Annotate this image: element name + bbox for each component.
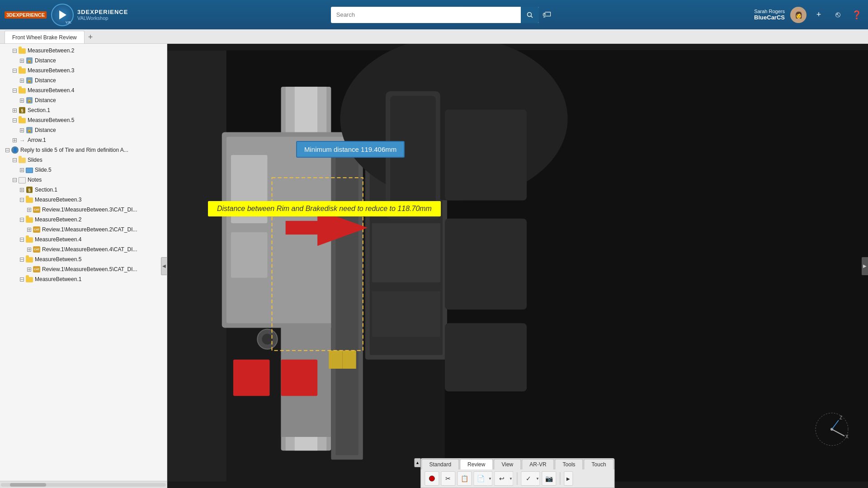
- tree-node[interactable]: 🔒Distance: [0, 75, 167, 85]
- search-input[interactable]: [331, 11, 521, 18]
- svg-rect-93: [445, 109, 527, 200]
- tree-expand-icon[interactable]: [11, 117, 18, 124]
- undo-dropdown-arrow[interactable]: ▼: [509, 471, 513, 486]
- tree-node[interactable]: MeasureBetween.4: [0, 85, 167, 95]
- tree-node[interactable]: MeasureBetween.5: [0, 254, 167, 264]
- vr-label: V.R.: [66, 21, 71, 24]
- check-button[interactable]: ✓: [521, 471, 535, 486]
- tab-review[interactable]: Review: [460, 459, 493, 469]
- tree-expand-icon[interactable]: [11, 156, 18, 164]
- tree-node[interactable]: MeasureBetween.3: [0, 66, 167, 75]
- scrollbar-track[interactable]: [1, 483, 166, 487]
- tree-node-label: Distance: [35, 97, 56, 103]
- tree-node[interactable]: Notes: [0, 175, 167, 185]
- tree-expand-icon: [18, 97, 25, 104]
- tree-node-label: Distance: [35, 127, 56, 133]
- tree-node-icon: [25, 166, 33, 174]
- tree-node-icon: [18, 156, 26, 164]
- tab-standard[interactable]: Standard: [421, 459, 459, 469]
- tree-node[interactable]: Slide.5: [0, 165, 167, 175]
- user-avatar[interactable]: 👩: [790, 7, 807, 23]
- tree-node[interactable]: CATReview.1\MeasureBetween.3\CAT_DI...: [0, 205, 167, 215]
- tree-expand-icon[interactable]: [11, 67, 18, 74]
- tree-node-icon: [25, 235, 33, 244]
- add-tab-button[interactable]: +: [85, 31, 97, 43]
- tree-node[interactable]: CATReview.1\MeasureBetween.5\CAT_DI...: [0, 264, 167, 274]
- tree-node[interactable]: §Section.1: [0, 185, 167, 195]
- check-dropdown-arrow[interactable]: ▼: [535, 471, 540, 486]
- tree-expand-icon: [25, 206, 33, 213]
- tree-expand-icon[interactable]: [11, 87, 18, 94]
- compass-icon[interactable]: V.R.: [51, 4, 74, 26]
- tree-node[interactable]: MeasureBetween.4: [0, 235, 167, 244]
- tree-node-icon: 🔒: [25, 96, 33, 104]
- tree-node-label: Section.1: [35, 187, 57, 193]
- tree-container[interactable]: MeasureBetween.2🔒Distance MeasureBetween…: [0, 44, 167, 481]
- tree-node[interactable]: MeasureBetween.2: [0, 215, 167, 225]
- tab-tools[interactable]: Tools: [555, 459, 583, 469]
- tree-node-icon: [25, 275, 33, 283]
- toolbar-expand[interactable]: ▲: [414, 458, 420, 467]
- tag-button[interactable]: 🏷: [542, 9, 552, 20]
- help-button[interactable]: ❓: [850, 8, 863, 22]
- tree-expand-icon[interactable]: [18, 236, 25, 243]
- tree-node-icon: [18, 47, 26, 55]
- camera-button[interactable]: 📷: [542, 471, 556, 486]
- check-dropdown[interactable]: ✓ ▼: [521, 471, 540, 486]
- tree-node-label: MeasureBetween.2: [35, 216, 81, 223]
- record-button[interactable]: [425, 471, 439, 486]
- tree-node[interactable]: 🔒Distance: [0, 125, 167, 135]
- panel-collapse-button[interactable]: ◀: [161, 257, 167, 275]
- play-button[interactable]: ▶: [564, 471, 573, 486]
- tree-node[interactable]: §Section.1: [0, 105, 167, 115]
- tree-node[interactable]: 👤Reply to slide 5 of Tire and Rim defini…: [0, 145, 167, 155]
- copy-button[interactable]: 📋: [457, 471, 472, 486]
- tree-expand-icon[interactable]: [18, 196, 25, 203]
- tree-node[interactable]: MeasureBetween.2: [0, 46, 167, 56]
- viewport[interactable]: Minimum distance 119.406mm Distance betw…: [167, 44, 868, 488]
- tree-node-label: MeasureBetween.3: [28, 67, 74, 74]
- tree-node[interactable]: CATReview.1\MeasureBetween.4\CAT_DI...: [0, 244, 167, 254]
- scrollbar-area[interactable]: [0, 481, 167, 488]
- side-arrow-right[interactable]: ▶: [862, 257, 868, 275]
- tree-expand-icon: [25, 226, 33, 233]
- cut-button[interactable]: ✂: [441, 471, 455, 486]
- add-button[interactable]: +: [812, 8, 826, 22]
- undo-button[interactable]: ↩: [494, 471, 509, 486]
- main-tab[interactable]: Front Wheel Brake Review: [5, 31, 85, 43]
- tree-node[interactable]: Slides: [0, 155, 167, 165]
- tree-expand-icon[interactable]: [4, 146, 11, 154]
- tree-node[interactable]: →Arrow.1: [0, 135, 167, 145]
- search-button[interactable]: [521, 7, 539, 23]
- svg-line-98: [832, 420, 839, 429]
- tree-expand-icon[interactable]: [11, 47, 18, 54]
- paste-button[interactable]: 📄: [473, 471, 488, 486]
- tree-node-icon: CAT: [33, 245, 41, 253]
- svg-rect-84: [343, 351, 356, 369]
- tree-node-icon: CAT: [33, 225, 41, 234]
- tree-node[interactable]: 🔒Distance: [0, 95, 167, 105]
- scrollbar-thumb[interactable]: [10, 483, 46, 487]
- tree-expand-icon[interactable]: [18, 256, 25, 263]
- tree-node-icon: →: [18, 136, 26, 144]
- share-button[interactable]: ⎋: [831, 8, 844, 22]
- tab-view[interactable]: View: [494, 459, 521, 469]
- paste-dropdown-arrow[interactable]: ▼: [488, 471, 492, 486]
- tree-node[interactable]: 🔒Distance: [0, 56, 167, 66]
- svg-text:Z: Z: [840, 415, 842, 420]
- tree-node[interactable]: MeasureBetween.5: [0, 115, 167, 125]
- tree-node[interactable]: MeasureBetween.3: [0, 195, 167, 205]
- tree-expand-icon[interactable]: [18, 216, 25, 223]
- tree-node-icon: §: [18, 106, 26, 114]
- tab-touch[interactable]: Touch: [584, 459, 614, 469]
- svg-rect-83: [329, 351, 342, 369]
- tree-node[interactable]: CATReview.1\MeasureBetween.2\CAT_DI...: [0, 225, 167, 235]
- tab-ar-vr[interactable]: AR-VR: [522, 459, 554, 469]
- tree-node-label: Distance: [35, 57, 56, 64]
- tree-expand-icon[interactable]: [11, 176, 18, 183]
- svg-point-102: [429, 476, 434, 481]
- tree-expand-icon[interactable]: [18, 276, 25, 283]
- tree-node[interactable]: MeasureBetween.1: [0, 274, 167, 284]
- paste-dropdown[interactable]: 📄 ▼: [473, 471, 492, 486]
- undo-dropdown[interactable]: ↩ ▼: [494, 471, 513, 486]
